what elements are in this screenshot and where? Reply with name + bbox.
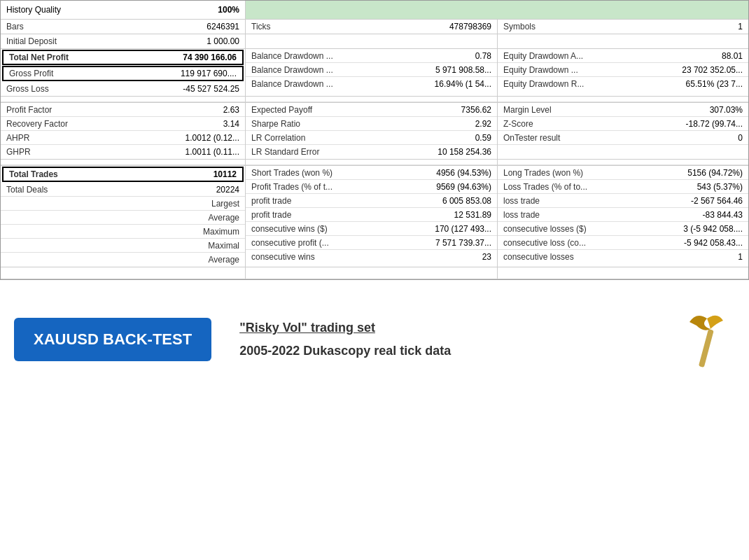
largest-label: Largest bbox=[6, 199, 239, 209]
history-quality-row: History Quality 100% bbox=[1, 1, 748, 20]
balance-drawdown-abs-value: 0.78 bbox=[414, 51, 491, 61]
margin-level-value: 307.03% bbox=[666, 105, 743, 115]
profit-trades-label: Profit Trades (% of t... bbox=[251, 182, 414, 192]
equity-drawdown-value: 23 702 352.05... bbox=[666, 65, 743, 75]
ahpr-value: 1.0012 (0.12... bbox=[162, 133, 239, 143]
history-quality-bar bbox=[246, 1, 748, 19]
balance-drawdown-rel-value: 16.94% (1 54... bbox=[414, 79, 491, 89]
ticks-value: 478798369 bbox=[414, 22, 491, 31]
total-deals-value: 20224 bbox=[162, 185, 239, 195]
financials-section: Total Net Profit 74 390 166.06 Gross Pro… bbox=[1, 49, 748, 97]
gross-loss-value: -45 527 524.25 bbox=[162, 84, 239, 94]
pickaxe-icon bbox=[682, 308, 732, 371]
lr-std-error-value: 10 158 254.36 bbox=[414, 147, 491, 157]
maximal-label: Maximal bbox=[6, 241, 239, 251]
metrics-section: Profit Factor 2.63 Recovery Factor 3.14 … bbox=[1, 103, 748, 160]
long-trades-label: Long Trades (won %) bbox=[503, 168, 666, 178]
equity-drawdown-a-label: Equity Drawdown A... bbox=[503, 51, 666, 61]
trading-set-title: "Risky Vol" trading set bbox=[239, 321, 651, 335]
loss-trades-label: Loss Trades (% of to... bbox=[503, 182, 666, 192]
average-label-1: Average bbox=[6, 213, 239, 223]
average-label-2: Average bbox=[6, 255, 239, 265]
gross-profit-value: 119 917 690.... bbox=[160, 69, 237, 78]
history-quality-label: History Quality bbox=[1, 3, 182, 17]
maximal-consec-loss-value: -5 942 058.43... bbox=[666, 238, 743, 248]
total-trades-value: 10112 bbox=[160, 169, 237, 179]
symbols-label: Symbols bbox=[503, 22, 666, 31]
max-consec-losses-label: consecutive losses ($) bbox=[503, 224, 666, 234]
symbols-value: 1 bbox=[666, 22, 743, 31]
bars-label: Bars bbox=[6, 22, 162, 31]
largest-loss-value: -2 567 564.46 bbox=[666, 196, 743, 206]
history-quality-value: 100% bbox=[182, 3, 245, 17]
branding-area: XAUUSD BACK-TEST "Risky Vol" trading set… bbox=[0, 287, 749, 392]
ticks-label: Ticks bbox=[251, 22, 414, 31]
equity-drawdown-a-value: 88.01 bbox=[666, 51, 743, 61]
bars-row: Bars 6246391 Ticks 478798369 Symbols 1 bbox=[1, 20, 748, 34]
equity-drawdown-label: Equity Drawdown ... bbox=[503, 65, 666, 75]
initial-deposit-row: Initial Deposit 1 000.00 bbox=[1, 34, 748, 49]
max-consec-losses-value: 3 (-5 942 058.... bbox=[666, 224, 743, 234]
gross-profit-label: Gross Profit bbox=[9, 69, 160, 78]
largest-loss-label: loss trade bbox=[503, 196, 666, 206]
balance-drawdown-abs-label: Balance Drawdown ... bbox=[251, 51, 414, 61]
svg-rect-0 bbox=[699, 329, 714, 368]
avg-profit-label: profit trade bbox=[251, 210, 414, 220]
sharpe-ratio-value: 2.92 bbox=[414, 119, 491, 129]
short-trades-value: 4956 (94.53%) bbox=[414, 168, 491, 178]
balance-drawdown-rel-label: Balance Drawdown ... bbox=[251, 79, 414, 89]
avg-profit-value: 12 531.89 bbox=[414, 210, 491, 220]
maximal-consec-loss-label: consecutive loss (co... bbox=[503, 238, 666, 248]
avg-consec-losses-value: 1 bbox=[666, 252, 743, 262]
data-info: 2005-2022 Dukascopy real tick data bbox=[239, 344, 651, 358]
avg-consec-wins-label: consecutive wins bbox=[251, 252, 414, 262]
profit-factor-value: 2.63 bbox=[162, 105, 239, 115]
balance-drawdown-max-value: 5 971 908.58... bbox=[414, 65, 491, 75]
lr-correlation-value: 0.59 bbox=[414, 133, 491, 143]
main-container: History Quality 100% Bars 6246391 Ticks … bbox=[0, 0, 749, 392]
expected-payoff-value: 7356.62 bbox=[414, 105, 491, 115]
expected-payoff-label: Expected Payoff bbox=[251, 105, 414, 115]
sharpe-ratio-label: Sharpe Ratio bbox=[251, 119, 414, 129]
ahpr-label: AHPR bbox=[6, 133, 162, 143]
ontester-value: 0 bbox=[666, 133, 743, 143]
lr-correlation-label: LR Correlation bbox=[251, 133, 414, 143]
avg-loss-label: loss trade bbox=[503, 210, 666, 220]
avg-loss-value: -83 844.43 bbox=[666, 210, 743, 220]
total-net-profit-value: 74 390 166.06 bbox=[160, 52, 237, 62]
z-score-value: -18.72 (99.74... bbox=[666, 119, 743, 129]
largest-profit-value: 6 005 853.08 bbox=[414, 196, 491, 206]
lr-std-error-label: LR Standard Error bbox=[251, 147, 414, 157]
trades-section: Total Trades 10112 Total Deals 20224 Lar… bbox=[1, 166, 748, 267]
largest-profit-label: profit trade bbox=[251, 196, 414, 206]
total-net-profit-label: Total Net Profit bbox=[9, 52, 160, 62]
avg-consec-losses-label: consecutive losses bbox=[503, 252, 666, 262]
total-deals-label: Total Deals bbox=[6, 185, 162, 195]
initial-deposit-label: Initial Deposit bbox=[6, 36, 162, 46]
pickaxe-area bbox=[679, 308, 735, 371]
short-trades-label: Short Trades (won %) bbox=[251, 168, 414, 178]
maximum-label: Maximum bbox=[6, 227, 239, 237]
profit-trades-value: 9569 (94.63%) bbox=[414, 182, 491, 192]
maximal-consec-profit-label: consecutive profit (... bbox=[251, 238, 414, 248]
stats-table: History Quality 100% Bars 6246391 Ticks … bbox=[0, 0, 749, 280]
profit-factor-label: Profit Factor bbox=[6, 105, 162, 115]
ghpr-value: 1.0011 (0.11... bbox=[162, 147, 239, 157]
z-score-label: Z-Score bbox=[503, 119, 666, 129]
ghpr-label: GHPR bbox=[6, 147, 162, 157]
avg-consec-wins-value: 23 bbox=[414, 252, 491, 262]
total-trades-label: Total Trades bbox=[9, 169, 160, 179]
recovery-factor-label: Recovery Factor bbox=[6, 119, 162, 129]
initial-deposit-value: 1 000.00 bbox=[162, 36, 239, 46]
maximal-consec-profit-value: 7 571 739.37... bbox=[414, 238, 491, 248]
max-consec-wins-label: consecutive wins ($) bbox=[251, 224, 414, 234]
balance-drawdown-max-label: Balance Drawdown ... bbox=[251, 65, 414, 75]
gross-loss-label: Gross Loss bbox=[6, 84, 162, 94]
gap-row-2 bbox=[1, 160, 748, 166]
equity-drawdown-r-value: 65.51% (23 7... bbox=[666, 79, 743, 89]
bottom-gap bbox=[1, 267, 748, 279]
backtest-badge: XAUUSD BACK-TEST bbox=[14, 318, 211, 361]
equity-drawdown-r-label: Equity Drawdown R... bbox=[503, 79, 666, 89]
ontester-label: OnTester result bbox=[503, 133, 666, 143]
recovery-factor-value: 3.14 bbox=[162, 119, 239, 129]
